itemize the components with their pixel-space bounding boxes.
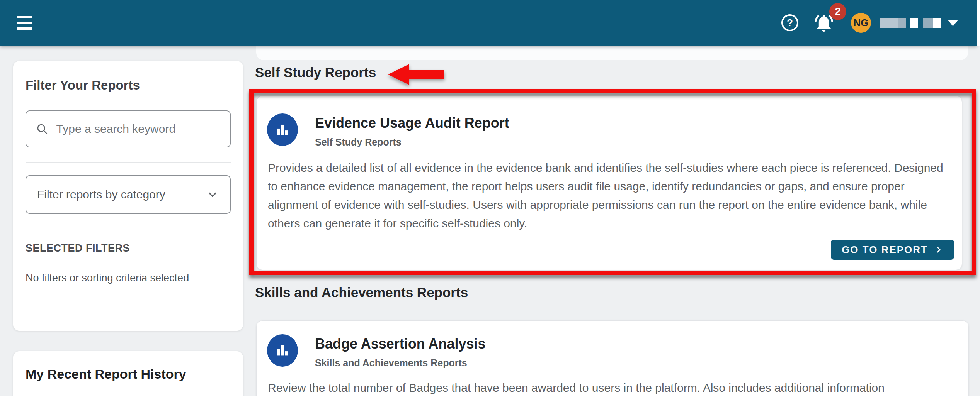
report-title: Evidence Usage Audit Report [315, 115, 509, 131]
hamburger-menu-icon[interactable] [17, 16, 32, 30]
caret-down-icon[interactable] [948, 20, 958, 26]
report-card-header: Evidence Usage Audit Report Self Study R… [267, 113, 509, 148]
go-to-report-button[interactable]: GO TO REPORT [831, 240, 954, 260]
report-card-badge-assertion-analysis: Badge Assertion Analysis Skills and Achi… [256, 320, 969, 396]
section-heading-self-study-reports: Self Study Reports [255, 65, 376, 80]
report-card-header: Badge Assertion Analysis Skills and Achi… [267, 334, 485, 369]
search-icon [36, 122, 49, 136]
red-arrow-left-icon [388, 63, 445, 86]
help-glyph: ? [787, 17, 793, 29]
category-filter-label: Filter reports by category [37, 188, 165, 201]
notifications-button[interactable]: 2 [814, 12, 836, 34]
divider [26, 162, 231, 163]
history-card-title: My Recent Report History [26, 367, 231, 382]
bar-chart-icon [267, 113, 298, 146]
category-filter-select[interactable]: Filter reports by category [26, 175, 231, 214]
report-category: Self Study Reports [315, 137, 509, 148]
section-heading-skills-achievements: Skills and Achievements Reports [255, 285, 468, 300]
search-input[interactable] [56, 122, 221, 136]
selected-filters-heading: SELECTED FILTERS [26, 242, 231, 254]
notification-count: 2 [835, 6, 840, 18]
report-description: Provides a detailed list of all evidence… [268, 159, 952, 233]
help-icon[interactable]: ? [781, 14, 798, 31]
avatar[interactable]: NG [851, 13, 871, 33]
chevron-right-icon [934, 245, 943, 254]
top-navigation-bar: ? 2 NG [0, 0, 977, 46]
header-right-edge [977, 0, 980, 46]
filter-reports-card: Filter Your Reports Filter reports by ca… [13, 61, 243, 331]
notification-count-badge: 2 [829, 3, 846, 20]
search-field[interactable] [26, 110, 231, 147]
report-card-evidence-usage-audit: Evidence Usage Audit Report Self Study R… [256, 96, 962, 270]
bar-chart-icon [267, 334, 298, 367]
report-description: Review the total number of Badges that h… [268, 379, 952, 396]
empty-filters-message: No filters or sorting criteria selected [26, 272, 231, 284]
recent-report-history-card: My Recent Report History [13, 351, 243, 396]
divider [26, 228, 231, 228]
avatar-initials: NG [854, 17, 869, 29]
report-titles: Evidence Usage Audit Report Self Study R… [315, 113, 509, 148]
redacted-username[interactable] [880, 18, 941, 28]
reports-page: ? 2 NG Filter Your Reports [0, 0, 980, 396]
report-title: Badge Assertion Analysis [315, 336, 485, 352]
chevron-down-icon [206, 188, 219, 201]
report-category: Skills and Achievements Reports [315, 357, 485, 369]
report-titles: Badge Assertion Analysis Skills and Achi… [315, 334, 485, 369]
topbar-actions: ? 2 NG [781, 0, 958, 46]
go-to-report-label: GO TO REPORT [842, 244, 928, 256]
filter-card-title: Filter Your Reports [26, 78, 231, 93]
